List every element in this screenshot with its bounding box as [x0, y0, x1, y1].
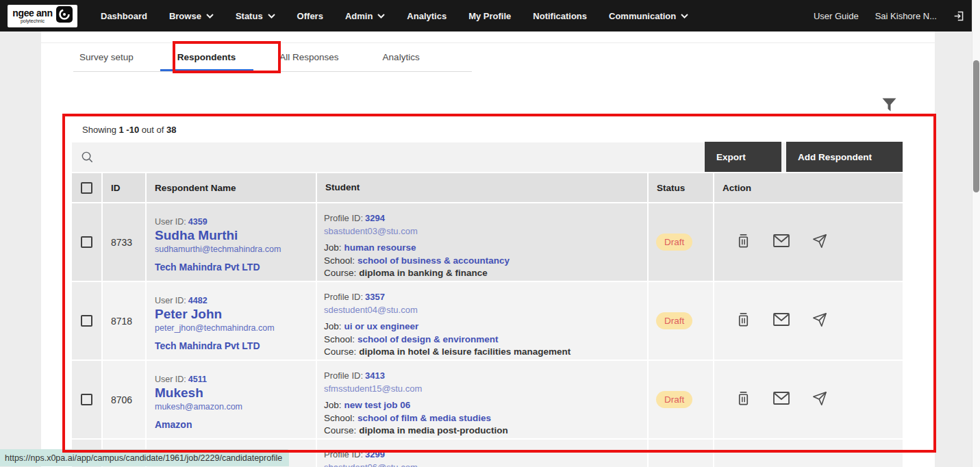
header-id: ID: [103, 173, 145, 202]
row-checkbox[interactable]: [81, 394, 92, 405]
profile-id-line: Profile ID:3357: [324, 291, 647, 304]
send-icon[interactable]: [812, 233, 827, 251]
row-id: 8706: [103, 361, 145, 438]
profile-id-value[interactable]: 3357: [365, 292, 385, 302]
respondent-company[interactable]: Tech Mahindra Pvt LTD: [155, 262, 316, 273]
chevron-down-icon: [681, 14, 688, 18]
logo-line1: ngee ann: [12, 8, 52, 18]
tab-all-responses[interactable]: All Responses: [279, 42, 338, 72]
table-row: 8733 User ID:4359 Sudha Murthi sudhamurt…: [72, 203, 903, 281]
respondent-email[interactable]: mukesh@amazon.com: [155, 401, 316, 413]
profile-id-value[interactable]: 3294: [365, 213, 385, 223]
job-label: Job:: [324, 321, 342, 331]
course-value: diploma in media post-production: [359, 425, 508, 436]
student-email[interactable]: sbastudent03@stu.com: [324, 225, 647, 238]
row-checkbox[interactable]: [81, 315, 92, 327]
delete-icon[interactable]: [736, 312, 751, 330]
tab-respondents[interactable]: Respondents: [177, 42, 236, 72]
school-value[interactable]: school of business & accountancy: [357, 255, 510, 266]
table-row: 8718 User ID:4482 Peter John peter_jhon@…: [72, 282, 903, 359]
email-icon[interactable]: [773, 234, 790, 250]
status-badge: Draft: [656, 391, 692, 408]
tab-analytics[interactable]: Analytics: [383, 42, 420, 72]
respondent-company[interactable]: Amazon: [155, 419, 316, 430]
user-id-line: User ID:4482: [155, 295, 316, 306]
nav-item-label: Offers: [297, 11, 323, 21]
select-all-checkbox[interactable]: [81, 182, 92, 194]
course-line: Course:diploma in media post-production: [324, 425, 647, 438]
action-cell: [714, 440, 903, 467]
student-cell: Profile ID:3299 sbastudent06@stu.com: [317, 440, 647, 467]
user-guide-link[interactable]: User Guide: [814, 11, 859, 21]
user-id-line: User ID:4359: [155, 216, 316, 227]
job-line: Job:new test job 06: [324, 399, 647, 412]
chevron-down-icon: [268, 14, 275, 18]
status-cell: Draft: [649, 203, 713, 281]
respondent-cell: User ID:4482 Peter John peter_jhon@techm…: [147, 282, 316, 359]
school-value[interactable]: school of design & environment: [357, 334, 499, 344]
status-bar-url: https://nps.x0pa.ai/app/campus/candidate…: [0, 449, 289, 466]
action-cell: [714, 361, 903, 438]
row-id: 8733: [103, 203, 145, 281]
logo-text: ngee ann polytechnic: [12, 8, 52, 23]
filter-icon[interactable]: [881, 97, 897, 116]
row-checkbox[interactable]: [81, 236, 92, 248]
course-line: Course:diploma in banking & finance: [324, 267, 647, 280]
delete-icon[interactable]: [736, 233, 751, 251]
course-line: Course:diploma in hotel & leisure facili…: [324, 346, 647, 359]
nav-item[interactable]: Analytics: [407, 11, 447, 21]
job-value[interactable]: ui or ux engineer: [344, 321, 419, 331]
header-action: Action: [714, 173, 903, 202]
profile-id-label: Profile ID:: [324, 370, 363, 381]
student-email[interactable]: sdestudent04@stu.com: [324, 304, 647, 317]
email-icon[interactable]: [773, 313, 790, 329]
job-value[interactable]: new test job 06: [344, 400, 411, 410]
profile-id-line: Profile ID:3299: [324, 449, 647, 462]
respondent-name-link[interactable]: Peter John: [155, 307, 316, 322]
send-icon[interactable]: [812, 391, 827, 409]
showing-count: Showing 1 -10 out of 38: [82, 125, 176, 135]
scrollbar-thumb[interactable]: [973, 60, 979, 192]
export-button[interactable]: Export: [705, 142, 781, 172]
nav-item-label: Browse: [169, 11, 201, 21]
job-value[interactable]: human resourse: [344, 242, 416, 253]
send-icon[interactable]: [812, 312, 827, 330]
respondent-name-link[interactable]: Sudha Murthi: [155, 228, 316, 243]
school-value[interactable]: school of film & media studies: [357, 413, 491, 423]
nav-item[interactable]: My Profile: [468, 11, 511, 21]
showing-total: 38: [166, 125, 176, 135]
user-id-line: User ID:4511: [155, 374, 316, 385]
school-label: School:: [324, 334, 355, 344]
logout-icon[interactable]: [953, 10, 965, 22]
user-id-label: User ID:: [155, 375, 186, 384]
content-card: Survey setup Respondents All Responses A…: [41, 31, 935, 467]
respondent-company[interactable]: Tech Mahindra Pvt LTD: [155, 340, 316, 351]
ngee-ann-logo[interactable]: ngee ann polytechnic: [8, 5, 77, 27]
respondent-email[interactable]: peter_jhon@techmahindra.com: [155, 323, 316, 334]
page-scrollbar[interactable]: [972, 0, 980, 467]
respondent-email[interactable]: sudhamurthi@techmahindra.com: [155, 244, 316, 255]
chevron-down-icon: [377, 14, 385, 18]
nav-item[interactable]: Offers: [297, 11, 323, 21]
nav-item[interactable]: Status: [236, 11, 275, 21]
email-icon[interactable]: [773, 392, 790, 407]
add-respondent-button[interactable]: Add Respondent: [786, 142, 903, 172]
delete-icon[interactable]: [736, 390, 751, 409]
nav-item[interactable]: Admin: [345, 11, 385, 21]
tab-survey-setup[interactable]: Survey setup: [79, 42, 134, 72]
nav-item-label: Dashboard: [101, 11, 147, 21]
nav-item[interactable]: Browse: [169, 11, 214, 21]
user-name[interactable]: Sai Kishore N...: [875, 11, 937, 21]
school-label: School:: [324, 255, 355, 266]
row-id: 8718: [103, 282, 145, 359]
respondent-name-link[interactable]: Mukesh: [155, 386, 316, 401]
student-email[interactable]: sfmsstudent15@stu.com: [324, 383, 647, 396]
nav-item[interactable]: Dashboard: [101, 11, 147, 21]
student-email[interactable]: sbastudent06@stu.com: [324, 462, 647, 467]
student-cell: Profile ID:3357 sdestudent04@stu.com Job…: [317, 282, 647, 359]
respondent-cell: User ID:4359 Sudha Murthi sudhamurthi@te…: [147, 203, 316, 281]
profile-id-value[interactable]: 3413: [365, 370, 385, 381]
nav-item[interactable]: Notifications: [533, 11, 587, 21]
profile-id-value[interactable]: 3299: [365, 449, 385, 459]
nav-item[interactable]: Communication: [609, 11, 688, 21]
